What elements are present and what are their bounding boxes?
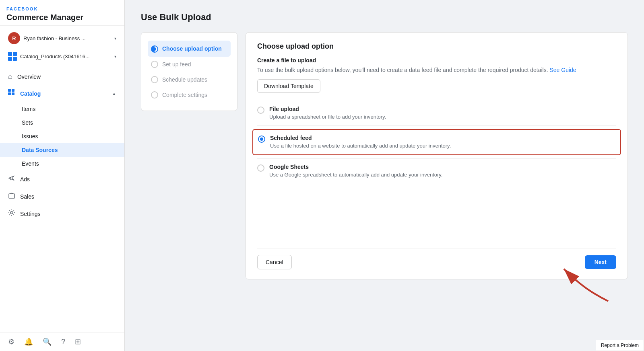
events-label: Events [22, 160, 39, 167]
steps-panel: Choose upload option Set up feed Schedul… [141, 32, 237, 111]
option-google-sheets-desc: Use a Google spreadsheet to automaticall… [269, 171, 442, 179]
catalog-icon [8, 89, 15, 98]
catalog-selector[interactable]: Catalog_Products (3041616... ▾ [3, 49, 121, 64]
sidebar-item-sales[interactable]: Sales [0, 188, 124, 205]
sidebar-item-data-sources[interactable]: Data Sources [0, 143, 124, 157]
step-set-up-feed[interactable]: Set up feed [148, 57, 231, 72]
sidebar-item-ads[interactable]: Ads [0, 170, 124, 188]
sidebar-item-items[interactable]: Items [0, 102, 124, 116]
sidebar-item-label: Overview [17, 74, 41, 80]
ads-label: Ads [20, 176, 30, 183]
main-content: Use Bulk Upload Choose upload option Set… [125, 0, 644, 351]
step-schedule-updates[interactable]: Schedule updates [148, 72, 231, 87]
option-google-sheets-label: Google Sheets [269, 164, 442, 170]
items-label: Items [22, 106, 35, 112]
step-complete-settings-label: Complete settings [162, 92, 207, 98]
cancel-button[interactable]: Cancel [257, 255, 292, 269]
home-icon: ⌂ [8, 72, 12, 81]
upload-container: Choose upload option Set up feed Schedul… [141, 32, 628, 279]
divider [257, 125, 616, 126]
data-sources-label: Data Sources [22, 147, 58, 153]
report-problem-button[interactable]: Report a Problem [596, 340, 644, 351]
step-radio-complete-settings [151, 91, 158, 99]
option-file-upload-label: File upload [269, 106, 386, 112]
step-complete-settings[interactable]: Complete settings [148, 87, 231, 103]
catalog-section: Catalog ▲ Items Sets Issues Data Sources… [0, 85, 124, 170]
option-google-sheets-content: Google Sheets Use a Google spreadsheet t… [269, 164, 442, 179]
ads-icon [8, 174, 15, 184]
sidebar-nav: ⌂ Overview Catalog ▲ Items [0, 65, 124, 332]
create-file-desc: To use the bulk upload options below, yo… [257, 66, 616, 74]
facebook-logo: FACEBOOK [6, 6, 118, 11]
sidebar-item-sets[interactable]: Sets [0, 116, 124, 129]
sidebar-item-catalog[interactable]: Catalog ▲ [0, 85, 124, 102]
issues-label: Issues [22, 133, 38, 140]
sales-icon [8, 192, 15, 201]
create-file-section: Create a file to upload To use the bulk … [257, 57, 616, 93]
account-chevron-icon: ▾ [114, 36, 116, 41]
settings-label: Settings [20, 211, 41, 217]
step-radio-set-up-feed [151, 61, 158, 68]
options-section: File upload Upload a spreadsheet or file… [257, 101, 616, 184]
form-panel: Choose upload option Create a file to up… [246, 32, 628, 279]
option-scheduled-feed-content: Scheduled feed Use a file hosted on a we… [270, 135, 451, 150]
step-set-up-feed-label: Set up feed [162, 61, 191, 68]
step-radio-choose-upload [151, 45, 158, 53]
sidebar-header: FACEBOOK Commerce Manager [0, 0, 124, 26]
expand-icon: ▲ [112, 91, 116, 96]
page-title: Use Bulk Upload [141, 12, 628, 23]
step-choose-upload[interactable]: Choose upload option [148, 41, 231, 57]
sales-label: Sales [20, 193, 34, 200]
avatar: R [8, 32, 20, 44]
svg-rect-2 [8, 92, 11, 95]
step-choose-upload-label: Choose upload option [162, 45, 222, 52]
catalog-grid-icon [8, 52, 17, 61]
create-file-title: Create a file to upload [257, 57, 616, 64]
sidebar-item-overview[interactable]: ⌂ Overview [0, 68, 124, 85]
svg-rect-4 [9, 194, 14, 198]
download-template-button[interactable]: Download Template [257, 79, 320, 93]
search-icon[interactable]: 🔍 [43, 337, 52, 346]
step-radio-schedule-updates [151, 76, 158, 83]
form-title: Choose upload option [257, 42, 616, 51]
settings-nav-icon [8, 209, 15, 218]
grid-footer-icon[interactable]: ⊞ [75, 337, 81, 346]
next-button-wrapper: Next [585, 255, 616, 269]
step-schedule-updates-label: Schedule updates [162, 76, 207, 83]
app-title: Commerce Manager [6, 13, 118, 22]
radio-google-sheets[interactable] [257, 164, 264, 172]
sidebar-item-settings[interactable]: Settings [0, 205, 124, 222]
sidebar-footer: ⚙ 🔔 🔍 ? ⊞ [0, 332, 124, 351]
option-file-upload-content: File upload Upload a spreadsheet or file… [269, 106, 386, 121]
catalog-sub-items: Items Sets Issues Data Sources Events [0, 102, 124, 170]
option-file-upload-desc: Upload a spreadsheet or file to add your… [269, 113, 386, 121]
sets-label: Sets [22, 119, 33, 126]
next-button[interactable]: Next [585, 255, 616, 269]
svg-rect-3 [12, 92, 14, 95]
catalog-chevron-icon: ▾ [114, 54, 116, 59]
radio-scheduled-feed[interactable] [258, 135, 265, 143]
option-file-upload[interactable]: File upload Upload a spreadsheet or file… [257, 101, 616, 125]
radio-file-upload[interactable] [257, 107, 264, 114]
sidebar: FACEBOOK Commerce Manager R Ryan fashion… [0, 0, 125, 351]
notifications-icon[interactable]: 🔔 [24, 337, 33, 346]
option-scheduled-feed[interactable]: Scheduled feed Use a file hosted on a we… [252, 129, 621, 155]
see-guide-link[interactable]: See Guide [550, 67, 576, 73]
option-scheduled-feed-desc: Use a file hosted on a website to automa… [270, 142, 451, 150]
account-name: Ryan fashion - Business ... [23, 35, 111, 41]
catalog-label-text: Catalog [20, 90, 41, 97]
account-selector[interactable]: R Ryan fashion - Business ... ▾ [3, 29, 121, 47]
option-google-sheets[interactable]: Google Sheets Use a Google spreadsheet t… [257, 159, 616, 183]
settings-footer-icon[interactable]: ⚙ [8, 337, 14, 346]
option-scheduled-feed-label: Scheduled feed [270, 135, 451, 141]
catalog-name: Catalog_Products (3041616... [20, 53, 111, 60]
red-arrow-annotation [556, 265, 620, 305]
sidebar-item-issues[interactable]: Issues [0, 129, 124, 143]
help-icon[interactable]: ? [61, 338, 65, 346]
svg-rect-1 [12, 89, 14, 92]
svg-point-5 [10, 211, 13, 214]
svg-rect-0 [8, 89, 11, 92]
sidebar-item-events[interactable]: Events [0, 157, 124, 170]
form-footer: Cancel Next [257, 248, 616, 269]
